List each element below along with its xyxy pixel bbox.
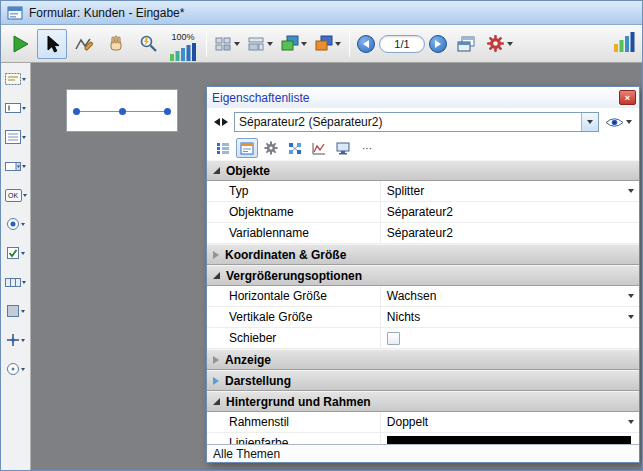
object-nav	[212, 118, 230, 126]
property-value-text: Doppelt	[387, 415, 428, 429]
section-header-koordinaten[interactable]: Koordinaten & Größe	[207, 244, 639, 265]
magnifier-icon	[139, 34, 158, 53]
run-button[interactable]	[5, 29, 35, 59]
chevron-down-icon[interactable]	[234, 42, 240, 46]
main-toolbar: 100% 1/1	[1, 25, 642, 63]
dropdown-arrow-icon[interactable]	[22, 281, 26, 284]
tab-more[interactable]: ···	[356, 138, 378, 158]
splitter-object[interactable]	[75, 111, 169, 112]
zoom-tool-button[interactable]	[133, 29, 163, 59]
section-header-darstellung[interactable]: Darstellung	[207, 370, 639, 391]
chevron-down-icon[interactable]	[301, 42, 307, 46]
tab-settings[interactable]	[260, 138, 282, 158]
expand-icon	[213, 377, 219, 385]
gear-tab-icon	[264, 141, 278, 155]
prev-object-button[interactable]	[214, 118, 220, 126]
cascade-windows-icon	[456, 35, 476, 53]
page-indicator[interactable]: 1/1	[379, 35, 425, 53]
zoom-level-control[interactable]: 100%	[165, 27, 201, 61]
splitter-handle[interactable]	[164, 108, 171, 115]
draw-line-tool-button[interactable]	[69, 29, 99, 59]
next-page-button[interactable]	[429, 35, 447, 53]
palette-item-checkbox[interactable]	[2, 243, 30, 263]
windows-button[interactable]	[451, 29, 481, 59]
line-color-swatch[interactable]	[387, 436, 631, 445]
panel-title-bar[interactable]: Eigenschaftenliste ×	[207, 87, 639, 108]
palette-item-panel[interactable]	[2, 301, 30, 321]
visibility-button[interactable]	[603, 116, 634, 129]
next-object-button[interactable]	[222, 118, 228, 126]
dropdown-arrow-icon[interactable]	[21, 339, 25, 342]
dropdown-arrow-icon[interactable]	[23, 194, 27, 197]
property-value-vertikale-groesse[interactable]: Nichts	[380, 307, 639, 327]
chevron-down-icon[interactable]	[335, 42, 341, 46]
toolbar-separator	[349, 31, 350, 57]
layout-tools-button[interactable]	[245, 29, 276, 59]
palette-item-label[interactable]	[2, 69, 30, 89]
chevron-down-icon[interactable]	[507, 42, 513, 46]
dropdown-arrow-icon[interactable]	[21, 368, 25, 371]
chevron-down-icon[interactable]	[626, 120, 632, 124]
property-value-typ[interactable]: Splitter	[380, 181, 639, 201]
pan-tool-button[interactable]	[101, 29, 131, 59]
color-scheme-button[interactable]	[312, 29, 344, 59]
dropdown-arrow-icon[interactable]	[22, 165, 26, 168]
dropdown-arrow-icon[interactable]	[21, 310, 25, 313]
palette-item-textfield[interactable]	[2, 98, 30, 118]
arrange-objects-button[interactable]	[278, 29, 310, 59]
section-header-anzeige[interactable]: Anzeige	[207, 349, 639, 370]
prev-page-button[interactable]	[357, 35, 375, 53]
dropdown-arrow-icon[interactable]	[21, 223, 25, 226]
zoom-level-label: 100%	[171, 32, 194, 42]
dropdown-arrow-icon[interactable]	[21, 252, 25, 255]
alignment-tools-button[interactable]	[212, 29, 243, 59]
tab-display[interactable]	[332, 138, 354, 158]
palette-item-combobox[interactable]	[2, 156, 30, 176]
section-header-hintergrund[interactable]: Hintergrund und Rahmen	[207, 391, 639, 412]
property-value-horizontale-groesse[interactable]: Wachsen	[380, 286, 639, 306]
chevron-down-icon[interactable]	[628, 294, 634, 298]
tab-property-list[interactable]	[212, 138, 234, 158]
palette-item-ellipse[interactable]	[2, 359, 30, 379]
settings-button[interactable]	[483, 29, 516, 59]
select-tool-button[interactable]	[37, 29, 67, 59]
property-row-horizontale-groesse: Horizontale Größe Wachsen	[207, 286, 639, 307]
checkbox-icon	[6, 246, 20, 260]
cascade-green-blue-icon	[281, 35, 299, 52]
title-bar[interactable]: Formular: Kunden - Eingabe*	[1, 1, 642, 25]
chevron-down-icon[interactable]	[628, 420, 634, 424]
chevron-down-icon[interactable]	[628, 315, 634, 319]
palette-item-radiobutton[interactable]	[2, 214, 30, 234]
property-label: Linienfarbe	[207, 433, 380, 444]
chevron-down-icon[interactable]	[628, 189, 634, 193]
property-value-rahmenstil[interactable]: Doppelt	[380, 412, 639, 432]
tab-relations[interactable]	[284, 138, 306, 158]
section-header-vergroesserung[interactable]: Vergrößerungsoptionen	[207, 265, 639, 286]
palette-item-ok-button[interactable]: OK	[2, 185, 30, 205]
form-preview[interactable]	[66, 89, 178, 132]
chevron-down-icon[interactable]	[267, 42, 273, 46]
tab-chart[interactable]	[308, 138, 330, 158]
chevron-down-icon[interactable]	[581, 113, 598, 131]
schieber-checkbox[interactable]	[387, 332, 400, 345]
property-value-objektname[interactable]: Séparateur2	[380, 202, 639, 222]
dropdown-arrow-icon[interactable]	[22, 136, 26, 139]
chart-bars-button[interactable]	[613, 31, 637, 57]
properties-tabs: ···	[207, 136, 639, 160]
property-value-text: Nichts	[387, 310, 420, 324]
palette-item-splitter[interactable]	[2, 330, 30, 350]
splitter-handle[interactable]	[73, 108, 80, 115]
themes-selector[interactable]: Alle Themen	[207, 444, 639, 462]
close-button[interactable]: ×	[619, 90, 636, 105]
dropdown-arrow-icon[interactable]	[22, 78, 26, 81]
splitter-handle[interactable]	[119, 108, 126, 115]
object-selector-combobox[interactable]: Séparateur2 (Séparateur2)	[234, 112, 599, 132]
dropdown-arrow-icon[interactable]	[22, 107, 26, 110]
property-value-variablenname[interactable]: Séparateur2	[380, 223, 639, 243]
palette-item-buttonbar[interactable]	[2, 272, 30, 292]
tab-layout[interactable]	[236, 138, 258, 158]
property-row-linienfarbe: Linienfarbe	[207, 433, 639, 444]
palette-item-listbox[interactable]	[2, 127, 30, 147]
list-box-icon	[5, 130, 21, 144]
section-header-objekte[interactable]: Objekte	[207, 160, 639, 181]
